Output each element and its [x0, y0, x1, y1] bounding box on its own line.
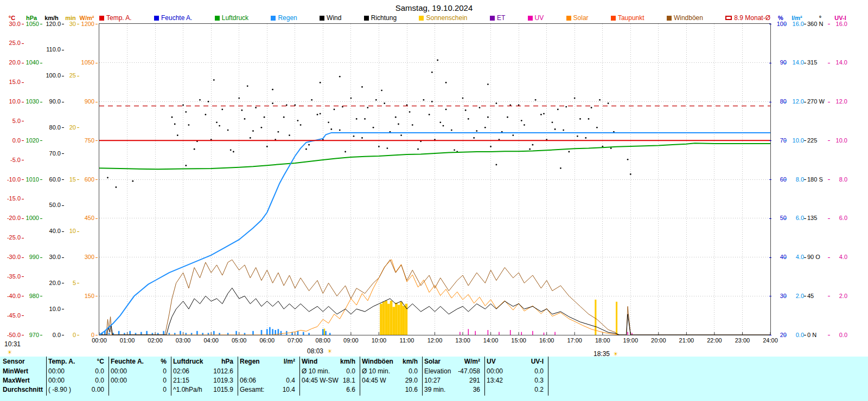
axis-tick-rain: 4.0: [788, 254, 804, 261]
series-richtung-dot: [490, 146, 492, 147]
axis-tick-solar: 900: [77, 98, 94, 105]
series-sonnenschein-bar: [324, 329, 326, 335]
tickmark: [62, 309, 64, 309]
series-richtung-dot: [630, 173, 631, 175]
stat-value: 0: [108, 377, 167, 385]
series-richtung-dot: [535, 99, 537, 101]
series-richtung-dot: [487, 83, 489, 85]
x-axis-label: 07:00: [284, 337, 306, 344]
series-richtung-dot: [512, 134, 514, 136]
tickmark: [784, 63, 787, 63]
series-richtung-dot: [540, 114, 542, 115]
rain-marker-icon: [271, 16, 276, 21]
dew-marker-icon: [611, 16, 616, 21]
series-sonnenschein-bar: [616, 302, 617, 335]
series-richtung-dot: [252, 130, 254, 132]
weather-dashboard: Samstag, 19.10.2024 Temp. A.Feuchte A.Lu…: [0, 0, 868, 401]
month-marker-icon: [725, 16, 732, 20]
series-richtung-dot: [431, 72, 433, 73]
series-richtung-dot: [479, 107, 481, 108]
series-richtung-dot: [468, 118, 469, 120]
series-regen-rate-bar: [322, 329, 324, 335]
temp-marker-icon: [99, 16, 104, 21]
x-axis-label: 10:00: [368, 337, 390, 344]
axis-tick-temp: 25.0: [1, 40, 21, 47]
series-regen-rate-bar: [146, 331, 148, 335]
series-richtung-dot: [244, 118, 246, 120]
tickmark: [828, 257, 830, 258]
pressure-marker-icon: [215, 16, 220, 21]
series-regen-rate-bar: [169, 333, 170, 335]
axis-tick-pressure: 1050: [22, 21, 39, 28]
axis-tick-solar: 300: [77, 254, 94, 261]
stat-value: 1015.9: [171, 386, 233, 394]
axis-tick-wind: 70.0: [40, 150, 61, 157]
series-richtung-dot: [177, 134, 178, 136]
legend-label: Regen: [278, 14, 297, 22]
tickmark: [40, 218, 42, 219]
axis-tick-pressure: 1020: [22, 137, 39, 144]
stats-header-unit: km/h: [360, 358, 418, 366]
tickmark: [828, 179, 830, 180]
series-richtung-dot: [205, 114, 207, 115]
series-richtung-dot: [364, 118, 366, 120]
series-richtung-dot: [278, 131, 279, 133]
stat-value: 0.0: [299, 367, 355, 376]
stat-value: 1019.3: [171, 377, 233, 385]
series-regen-rate-bar: [135, 333, 137, 335]
axis-tick-rain: 2.0: [788, 293, 804, 300]
axis-tick-rain: 12.0: [788, 98, 804, 105]
series-regen-rate-bar: [186, 333, 187, 335]
series-richtung-dot: [484, 127, 486, 128]
x-axis-label: 18:00: [592, 337, 614, 344]
series-richtung-dot: [199, 99, 201, 101]
axis-tick-solar: 1200: [77, 21, 94, 28]
tickmark: [95, 140, 98, 141]
series-regen-rate-bar: [303, 332, 304, 335]
x-axis-label: 11:00: [396, 337, 418, 344]
series-sonnenschein-bar: [398, 305, 400, 335]
stat-value: 0.0: [484, 367, 544, 376]
axis-tick-wind: 20.0: [40, 280, 61, 287]
tickmark: [828, 102, 830, 102]
series-richtung-dot: [596, 127, 598, 128]
series-richtung-dot: [423, 99, 425, 101]
stats-header-unit: W/m²: [422, 358, 480, 366]
x-axis-label: 04:00: [200, 337, 222, 344]
series-richtung-dot: [194, 148, 195, 150]
series-richtung-dot: [344, 151, 346, 153]
series-richtung-dot: [311, 99, 312, 101]
x-axis-label: 22:00: [704, 337, 725, 344]
axis-tick-temp: -35.0: [1, 273, 21, 280]
series-richtung-dot: [608, 102, 609, 104]
series-richtung-dot: [185, 111, 187, 113]
series-richtung-dot: [356, 118, 358, 120]
series-richtung-dot: [107, 177, 108, 178]
legend-label: 8.9 Monat-Ø: [734, 14, 770, 22]
series-richtung-dot: [563, 130, 564, 131]
series-regen-rate-bar: [266, 329, 268, 335]
axis-tick-solar: 750: [77, 137, 94, 144]
axis-tick-pressure: 980: [22, 293, 39, 300]
stat-value: 0: [108, 386, 167, 394]
series-richtung-dot: [219, 125, 220, 127]
series-richtung-dot: [591, 107, 592, 108]
tickmark: [95, 24, 98, 24]
series-regen-rate-bar: [152, 333, 154, 335]
axis-tick-rain: 16.0: [788, 21, 804, 28]
stats-header-unit: km/h: [299, 358, 355, 366]
series-richtung-dot: [174, 124, 176, 125]
series-regen-rate-bar: [219, 333, 220, 335]
axis-tick-pressure: 1030: [22, 98, 39, 105]
stats-row-label: Durchschnitt: [3, 386, 43, 394]
series-richtung-dot: [266, 146, 268, 147]
series-richtung-dot: [445, 82, 447, 83]
axis-tick-wind: 40.0: [40, 228, 61, 235]
tickmark: [784, 218, 787, 219]
series-richtung-dot: [216, 121, 218, 123]
series-regen-rate-bar: [244, 333, 246, 335]
stat-value: -47.058: [422, 367, 480, 376]
stat-value: 1012.6: [171, 367, 233, 376]
dir-marker-icon: [364, 16, 369, 21]
series-regen-rate-bar: [124, 333, 125, 335]
